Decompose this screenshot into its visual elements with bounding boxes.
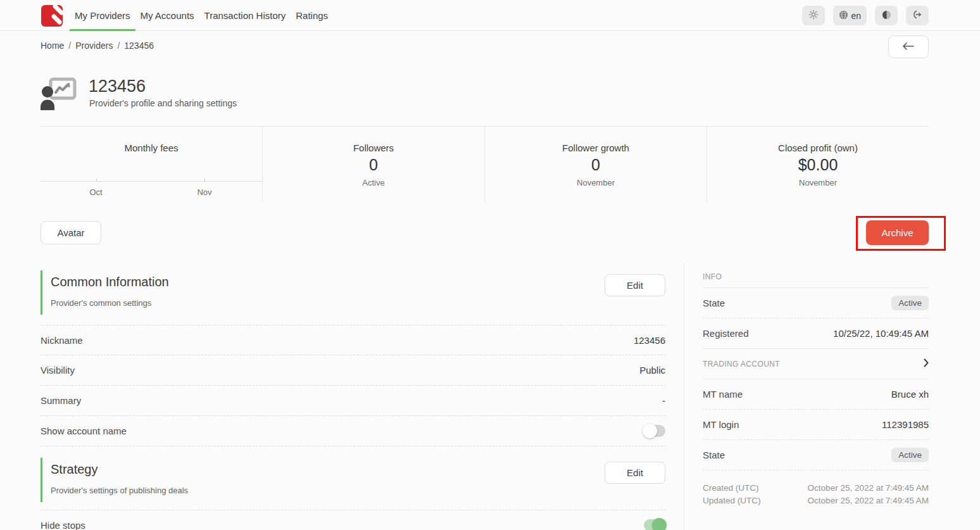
main-sidebar-divider xyxy=(684,263,684,530)
back-button[interactable] xyxy=(888,35,929,58)
strategy-section-header: Strategy Provider's settings of publishi… xyxy=(41,458,665,502)
nav-tab-ratings[interactable]: Ratings xyxy=(291,0,333,31)
breadcrumb-separator: / xyxy=(117,41,120,51)
stat-caption: November xyxy=(485,178,707,187)
nav-actions: en xyxy=(802,6,929,25)
stat-value: 0 xyxy=(485,156,707,174)
provider-profile-screen: My Providers My Accounts Transaction His… xyxy=(0,0,980,530)
main-nav: My Providers My Accounts Transaction His… xyxy=(70,0,333,31)
show-account-name-toggle[interactable] xyxy=(644,425,665,437)
status-badge: Active xyxy=(891,448,929,462)
app-logo-icon[interactable] xyxy=(41,3,65,27)
settings-button[interactable] xyxy=(802,6,825,25)
page-subtitle: Provider's profile and sharing settings xyxy=(89,98,237,108)
chart-tick xyxy=(204,179,205,182)
row-value: 10/25/22, 10:49:45 AM xyxy=(833,328,929,339)
stat-caption: November xyxy=(707,178,929,187)
timestamps-block: Created (UTC) October 25, 2022 at 7:49:4… xyxy=(703,481,929,507)
info-section-heading: INFO xyxy=(703,266,929,288)
strategy-edit-button[interactable]: Edit xyxy=(605,462,665,484)
language-code-label: en xyxy=(851,11,861,21)
mt-login-row: MT login 112391985 xyxy=(703,410,929,440)
section-title: Strategy xyxy=(51,458,665,477)
theme-toggle-button[interactable] xyxy=(875,6,898,25)
row-label: MT login xyxy=(703,419,739,430)
stat-value: 0 xyxy=(263,156,484,174)
monthly-fees-chart-axis xyxy=(41,181,262,182)
chevron-right-icon xyxy=(924,358,929,369)
row-value: Bruce xh xyxy=(891,389,929,400)
row-label: Nickname xyxy=(41,335,83,346)
row-show-account-name: Show account name xyxy=(41,416,665,446)
info-sidebar: INFO State Active Registered 10/25/22, 1… xyxy=(703,266,929,507)
logout-icon xyxy=(912,9,922,22)
row-nickname: Nickname 123456 xyxy=(41,325,665,355)
stat-card-monthly-fees: Monthly fees Oct Nov xyxy=(41,127,262,203)
state-row: State Active xyxy=(703,288,929,319)
row-value: Public xyxy=(639,365,665,375)
chart-tick xyxy=(96,179,97,182)
registered-row: Registered 10/25/22, 10:49:45 AM xyxy=(703,319,929,349)
row-label: Summary xyxy=(41,395,81,406)
toggle-knob xyxy=(643,424,657,438)
breadcrumb-current: 123456 xyxy=(124,41,154,51)
avatar-button[interactable]: Avatar xyxy=(41,221,101,244)
row-value: - xyxy=(662,395,665,406)
status-badge: Active xyxy=(891,296,929,310)
row-label: Show account name xyxy=(41,426,127,436)
gear-icon xyxy=(808,9,819,22)
row-label: State xyxy=(703,298,725,308)
row-value: 123456 xyxy=(634,335,665,346)
row-label: Registered xyxy=(703,328,749,339)
row-hide-stops: Hide stops xyxy=(41,510,665,530)
logout-button[interactable] xyxy=(906,6,929,25)
page-title: 123456 xyxy=(89,77,146,96)
stat-card-closed-profit: Closed profit (own) $0.00 November xyxy=(707,127,929,203)
row-label: MT name xyxy=(703,389,743,400)
breadcrumb-separator: / xyxy=(68,41,71,51)
stat-caption: Active xyxy=(263,178,484,187)
stats-strip: Monthly fees Oct Nov Followers 0 Active … xyxy=(41,126,929,203)
breadcrumb-home[interactable]: Home xyxy=(41,41,64,51)
section-subtitle: Provider's settings of publishing deals xyxy=(51,477,665,495)
trading-account-heading[interactable]: TRADING ACCOUNT xyxy=(703,349,929,379)
stat-title: Followers xyxy=(263,142,484,153)
globe-icon xyxy=(839,10,848,22)
stat-title: Closed profit (own) xyxy=(707,142,929,153)
trading-state-row: State Active xyxy=(703,440,929,470)
updated-row: Updated (UTC) October 25, 2022 at 7:49:4… xyxy=(703,494,929,507)
section-subtitle: Provider's common settings xyxy=(51,289,665,308)
row-label: Hide stops xyxy=(41,520,85,530)
top-nav: My Providers My Accounts Transaction His… xyxy=(0,0,980,31)
common-information-section-header: Common Information Provider's common set… xyxy=(41,270,665,315)
chart-tick-label: Oct xyxy=(77,187,115,197)
mt-name-row: MT name Bruce xh xyxy=(703,379,929,410)
nav-tab-my-accounts[interactable]: My Accounts xyxy=(135,0,199,31)
nav-tab-my-providers[interactable]: My Providers xyxy=(70,0,135,31)
common-information-rows: Nickname 123456 Visibility Public Summar… xyxy=(41,325,665,446)
stat-card-follower-growth: Follower growth 0 November xyxy=(484,127,707,203)
row-summary: Summary - xyxy=(41,386,665,416)
breadcrumb: Home / Providers / 123456 xyxy=(41,41,154,51)
created-row: Created (UTC) October 25, 2022 at 7:49:4… xyxy=(703,481,929,494)
stat-value: $0.00 xyxy=(707,156,929,174)
chart-tick-label: Nov xyxy=(185,187,223,197)
common-information-edit-button[interactable]: Edit xyxy=(605,274,665,296)
arrow-left-icon xyxy=(903,42,914,52)
row-value: 112391985 xyxy=(882,419,929,430)
hide-stops-toggle[interactable] xyxy=(644,519,665,530)
row-label: State xyxy=(703,450,725,460)
stat-title: Follower growth xyxy=(485,142,707,153)
meta-label: Created (UTC) xyxy=(703,483,759,493)
strategy-rows: Hide stops xyxy=(41,510,665,530)
provider-avatar-icon xyxy=(41,77,77,113)
row-label: Visibility xyxy=(41,365,75,375)
stat-title: Monthly fees xyxy=(41,142,262,153)
archive-button[interactable]: Archive xyxy=(866,220,929,245)
meta-value: October 25, 2022 at 7:49:45 AM xyxy=(808,483,929,493)
toggle-knob xyxy=(652,518,667,530)
meta-value: October 25, 2022 at 7:49:45 AM xyxy=(808,496,929,505)
nav-tab-transaction-history[interactable]: Transaction History xyxy=(199,0,291,31)
language-button[interactable]: en xyxy=(833,6,867,25)
breadcrumb-providers[interactable]: Providers xyxy=(75,41,113,51)
